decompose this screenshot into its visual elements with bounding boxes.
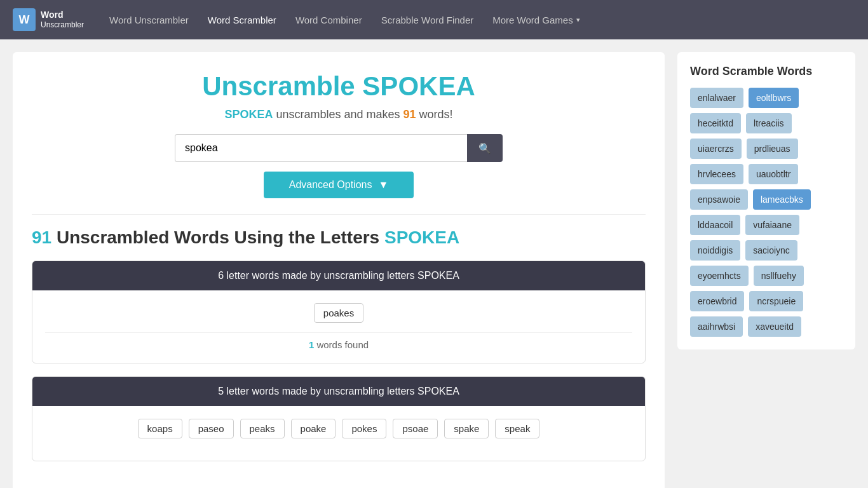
word-group-header-5letter: 5 letter words made by unscrambling lett…	[32, 377, 645, 406]
words-count-6letter: 1 words found	[45, 339, 632, 350]
nav-word-unscrambler[interactable]: Word Unscrambler	[109, 15, 189, 25]
navbar: W Word Unscrambler Word Unscrambler Word…	[0, 0, 868, 39]
words-list-6letter: poakes	[45, 303, 632, 323]
subtitle-end: words!	[416, 108, 453, 121]
sidebar-word-heceitktd[interactable]: heceitktd	[690, 113, 741, 133]
sidebar-word-eyoemhcts[interactable]: eyoemhcts	[690, 266, 749, 286]
sidebar-word-aaihrwbsi[interactable]: aaihrwbsi	[690, 316, 743, 337]
chevron-down-icon: ▾	[576, 16, 580, 24]
search-input[interactable]	[175, 134, 467, 162]
brand-text: Word Unscrambler	[41, 10, 84, 29]
word-group-body-6letter: poakes 1 words found	[32, 290, 645, 363]
main-content: Unscramble SPOKEA SPOKEA unscrambles and…	[13, 52, 665, 488]
word-group-body-5letter: koaps paseo peaks poake pokes psoae spak…	[32, 406, 645, 461]
sidebar-word-enlalwaer[interactable]: enlalwaer	[690, 88, 743, 108]
word-tag-paseo[interactable]: paseo	[189, 419, 234, 438]
word-tag-poakes[interactable]: poakes	[314, 303, 363, 323]
word-tag-spake[interactable]: spake	[444, 419, 489, 438]
sidebar: Word Scramble Words enlalwaer eoltlbwrs …	[677, 52, 855, 349]
sidebar-word-xaveueitd[interactable]: xaveueitd	[748, 316, 801, 337]
sidebar-word-hrvlecees[interactable]: hrvlecees	[690, 164, 743, 184]
sidebar-word-ncrspueie[interactable]: ncrspueie	[749, 291, 803, 311]
results-count: 91	[32, 227, 51, 247]
section-divider	[32, 214, 646, 215]
sidebar-word-lddaacoil[interactable]: lddaacoil	[690, 215, 740, 235]
sidebar-words-list: enlalwaer eoltlbwrs heceitktd ltreaciis …	[690, 88, 843, 337]
sidebar-word-lameacbks[interactable]: lameacbks	[753, 189, 811, 210]
subtitle: SPOKEA unscrambles and makes 91 words!	[32, 108, 646, 121]
nav-word-combiner[interactable]: Word Combiner	[295, 15, 362, 25]
search-button[interactable]: 🔍	[467, 134, 503, 162]
sidebar-word-eroewbrid[interactable]: eroewbrid	[690, 291, 744, 311]
sidebar-word-vufaiaane[interactable]: vufaiaane	[745, 215, 799, 235]
sidebar-word-sacioiync[interactable]: sacioiync	[745, 240, 797, 261]
nav-links: Word Unscrambler Word Scrambler Word Com…	[109, 15, 855, 25]
nav-more-dropdown[interactable]: More Word Games ▾	[492, 15, 580, 25]
sidebar-word-noiddigis[interactable]: noiddigis	[690, 240, 740, 261]
word-tag-peaks[interactable]: peaks	[240, 419, 285, 438]
results-text: Unscrambled Words Using the Letters	[51, 227, 384, 247]
advanced-options-button[interactable]: Advanced Options ▼	[264, 172, 414, 198]
sidebar-word-nsllfuehy[interactable]: nsllfuehy	[754, 266, 804, 286]
search-container: 🔍	[32, 134, 646, 162]
word-group-6letter: 6 letter words made by unscrambling lett…	[32, 261, 646, 363]
sidebar-word-ltreaciis[interactable]: ltreaciis	[746, 113, 791, 133]
brand-icon: W	[13, 8, 36, 31]
word-count-number: 1	[309, 339, 314, 350]
words-list-5letter: koaps paseo peaks poake pokes psoae spak…	[45, 419, 632, 438]
page-title: Unscramble SPOKEA	[32, 71, 646, 102]
nav-word-scrambler[interactable]: Word Scrambler	[208, 15, 276, 25]
nav-scrabble-word-finder[interactable]: Scrabble Word Finder	[381, 15, 474, 25]
sidebar-word-uauobtltr[interactable]: uauobtltr	[749, 164, 798, 184]
word-tag-pokes[interactable]: pokes	[342, 419, 386, 438]
word-tag-psoae[interactable]: psoae	[393, 419, 438, 438]
nav-more-label: More Word Games	[492, 15, 573, 25]
sidebar-word-enpsawoie[interactable]: enpsawoie	[690, 189, 748, 210]
sidebar-word-uiaercrzs[interactable]: uiaercrzs	[690, 139, 742, 159]
word-group-5letter: 5 letter words made by unscrambling lett…	[32, 376, 646, 461]
advanced-options-container: Advanced Options ▼	[32, 172, 646, 198]
word-tag-poake[interactable]: poake	[291, 419, 336, 438]
word-group-header-6letter: 6 letter words made by unscrambling lett…	[32, 261, 645, 290]
search-icon: 🔍	[478, 143, 491, 154]
chevron-down-icon: ▼	[378, 179, 388, 191]
results-letters: SPOKEA	[384, 227, 459, 247]
page-container: Unscramble SPOKEA SPOKEA unscrambles and…	[0, 39, 868, 488]
sidebar-word-eoltlbwrs[interactable]: eoltlbwrs	[749, 88, 799, 108]
brand-logo[interactable]: W Word Unscrambler	[13, 8, 84, 31]
sidebar-word-prdlieuas[interactable]: prdlieuas	[747, 139, 798, 159]
words-count-text: words found	[314, 339, 369, 350]
subtitle-word: SPOKEA	[224, 108, 273, 121]
results-heading: 91 Unscrambled Words Using the Letters S…	[32, 227, 646, 248]
subtitle-text: unscrambles and makes	[273, 108, 403, 121]
advanced-options-label: Advanced Options	[289, 179, 372, 191]
word-tag-speak[interactable]: speak	[495, 419, 539, 438]
subtitle-count: 91	[403, 108, 416, 121]
word-tag-koaps[interactable]: koaps	[138, 419, 182, 438]
sidebar-title: Word Scramble Words	[690, 65, 843, 78]
words-divider	[45, 332, 632, 333]
